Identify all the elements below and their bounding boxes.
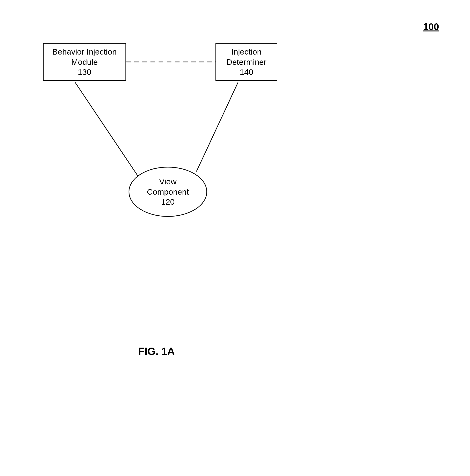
box-behavior-injection-line2: Module bbox=[71, 57, 98, 67]
ellipse-view-component-line1: View bbox=[159, 177, 177, 187]
box-injection-determiner-line3: 140 bbox=[240, 67, 253, 77]
box-behavior-injection-module: Behavior Injection Module 130 bbox=[43, 43, 126, 81]
page-number: 100 bbox=[423, 21, 439, 32]
ellipse-view-component-line2: Component bbox=[147, 187, 189, 197]
svg-line-2 bbox=[196, 82, 238, 171]
box-behavior-injection-line1: Behavior Injection bbox=[52, 47, 117, 57]
box-injection-determiner: Injection Determiner 140 bbox=[215, 43, 277, 81]
box-injection-determiner-line2: Determiner bbox=[227, 57, 266, 67]
diagram-canvas: 100 Behavior Injection Module 130 Inject… bbox=[0, 0, 470, 476]
figure-caption: FIG. 1A bbox=[138, 345, 175, 357]
box-injection-determiner-line1: Injection bbox=[231, 47, 262, 57]
page-number-text: 100 bbox=[423, 21, 439, 32]
ellipse-view-component: View Component 120 bbox=[129, 167, 207, 217]
svg-line-1 bbox=[75, 82, 141, 180]
box-behavior-injection-line3: 130 bbox=[78, 67, 91, 77]
figure-caption-text: FIG. 1A bbox=[138, 345, 175, 357]
ellipse-view-component-line3: 120 bbox=[161, 197, 175, 207]
